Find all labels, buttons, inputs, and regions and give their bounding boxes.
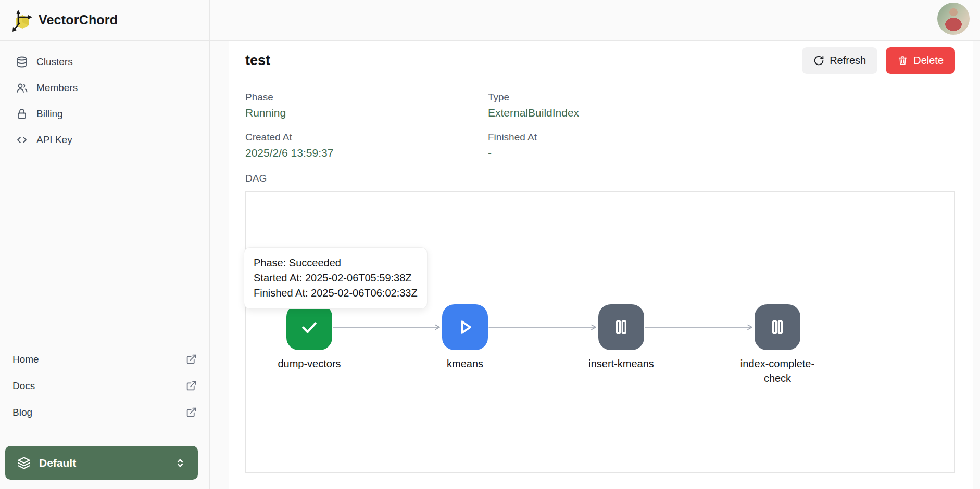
user-avatar[interactable] <box>937 3 970 35</box>
delete-button[interactable]: Delete <box>886 47 955 74</box>
sidebar-link-label: Blog <box>12 407 32 418</box>
chevron-up-down-icon <box>174 457 186 469</box>
sidebar-external-links: Home Docs Blog <box>0 346 209 426</box>
field-value-phase: Running <box>245 107 488 119</box>
dag-section-label: DAG <box>245 173 955 184</box>
trash-icon <box>897 55 908 66</box>
node-kmeans[interactable] <box>442 304 488 350</box>
external-link-icon <box>186 354 197 365</box>
field-label: Phase <box>245 92 488 103</box>
field-label: Finished At <box>488 132 955 143</box>
sidebar-item-api-key[interactable]: API Key <box>0 127 209 153</box>
users-icon <box>16 82 28 94</box>
pause-icon <box>767 317 788 338</box>
sidebar-link-label: Docs <box>12 380 35 392</box>
sidebar-item-label: Members <box>36 82 78 94</box>
dag-node-insert-kmeans: insert-kmeans <box>577 304 665 371</box>
page-title: test <box>245 53 270 69</box>
stack-icon <box>17 456 31 470</box>
check-icon <box>299 317 320 338</box>
node-label: insert-kmeans <box>577 356 665 371</box>
project-selector-label: Default <box>39 457 166 469</box>
brand-name: VectorChord <box>39 12 118 28</box>
refresh-button-label: Refresh <box>830 55 866 67</box>
refresh-button[interactable]: Refresh <box>802 47 877 74</box>
sidebar: VectorChord Clusters Members <box>0 0 210 489</box>
sidebar-item-label: Billing <box>36 108 63 120</box>
tooltip-finished-at: Finished At: 2025-02-06T06:02:33Z <box>254 286 418 301</box>
field-label: Type <box>488 92 955 103</box>
header-actions: Refresh Delete <box>802 47 955 74</box>
node-tooltip: Phase: Succeeded Started At: 2025-02-06T… <box>244 247 428 309</box>
external-link-icon <box>186 380 197 391</box>
lock-icon <box>16 108 28 120</box>
sidebar-link-home[interactable]: Home <box>12 346 197 372</box>
field-phase: Phase Running <box>245 92 488 119</box>
vectorchord-logo-icon <box>11 9 32 32</box>
field-value-created-at: 2025/2/6 13:59:37 <box>245 147 488 159</box>
sidebar-item-clusters[interactable]: Clusters <box>0 49 209 75</box>
sidebar-link-blog[interactable]: Blog <box>12 399 197 426</box>
play-icon <box>455 317 475 338</box>
project-selector[interactable]: Default <box>5 446 198 480</box>
delete-button-label: Delete <box>913 55 944 67</box>
node-label: index-complete-check <box>733 356 822 385</box>
sidebar-item-label: Clusters <box>36 56 73 68</box>
node-label: dump-vectors <box>265 356 354 371</box>
node-dump-vectors[interactable] <box>286 304 332 350</box>
dag-node-dump-vectors: dump-vectors <box>265 304 354 371</box>
code-icon <box>16 134 28 146</box>
sidebar-item-billing[interactable]: Billing <box>0 101 209 127</box>
tooltip-phase: Phase: Succeeded <box>254 255 418 271</box>
node-label: kmeans <box>421 356 509 371</box>
field-value-type: ExternalBuildIndex <box>488 107 955 119</box>
sidebar-item-label: API Key <box>36 134 72 146</box>
dag-node-kmeans: kmeans <box>421 304 509 371</box>
external-link-icon <box>186 407 197 418</box>
sidebar-link-label: Home <box>12 354 39 365</box>
field-created-at: Created At 2025/2/6 13:59:37 <box>245 132 488 159</box>
field-label: Created At <box>245 132 488 143</box>
sidebar-item-members[interactable]: Members <box>0 75 209 101</box>
database-icon <box>16 56 28 68</box>
field-value-finished-at: - <box>488 147 955 159</box>
field-finished-at: Finished At - <box>488 132 955 159</box>
field-type: Type ExternalBuildIndex <box>488 92 955 119</box>
pause-icon <box>611 317 632 338</box>
dag-canvas[interactable]: Phase: Succeeded Started At: 2025-02-06T… <box>245 191 955 473</box>
topbar <box>210 0 980 41</box>
tooltip-started-at: Started At: 2025-02-06T05:59:38Z <box>254 271 418 286</box>
sidebar-link-docs[interactable]: Docs <box>12 372 197 399</box>
sidebar-nav: Clusters Members Billing API Key <box>0 41 209 153</box>
main-content: test Refresh Delete <box>229 41 973 489</box>
detail-fields: Phase Running Type ExternalBuildIndex Cr… <box>245 92 955 159</box>
dag-node-index-complete-check: index-complete-check <box>733 304 822 385</box>
refresh-icon <box>813 55 824 66</box>
node-index-complete-check[interactable] <box>755 304 800 350</box>
node-insert-kmeans[interactable] <box>598 304 644 350</box>
brand-header: VectorChord <box>0 0 209 41</box>
